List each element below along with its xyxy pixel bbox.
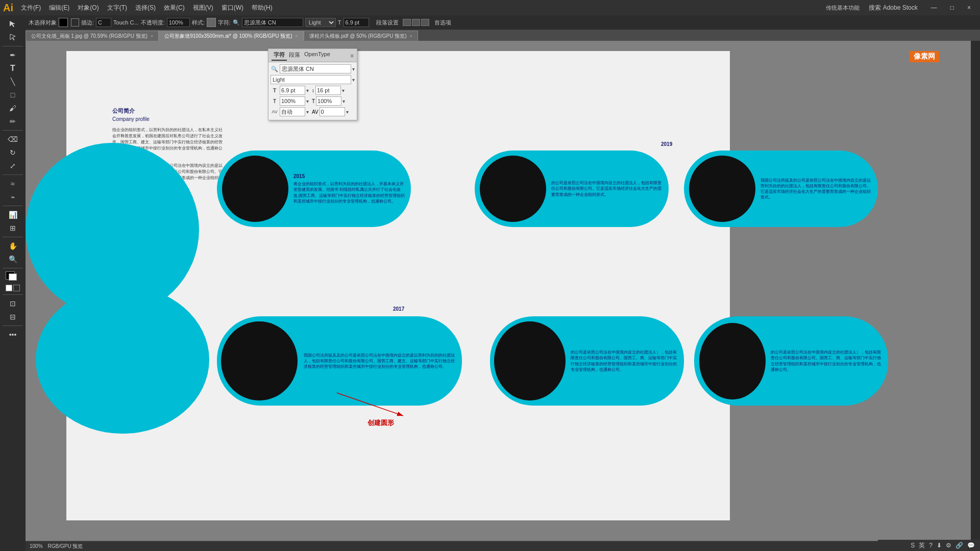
card-top-right: 的公司是依照公司法在中国境内设立的社团法人，包括有限责任公司和股份有限公司。它是… bbox=[475, 151, 669, 227]
selection-tool[interactable] bbox=[5, 18, 20, 30]
card-2019-content: 我国公司法所提及的公司是依照公司法在中国境内设立的是以营利为目的的社团法人，包括… bbox=[761, 178, 873, 201]
fill-icon[interactable] bbox=[6, 285, 12, 291]
opacity-input[interactable] bbox=[167, 18, 190, 27]
panel-scale-h[interactable] bbox=[280, 96, 305, 106]
screen-mode[interactable]: ⊟ bbox=[5, 311, 20, 323]
tool-separator-5 bbox=[3, 237, 23, 237]
menu-edit[interactable]: 编辑(E) bbox=[45, 2, 73, 14]
menu-window[interactable]: 窗口(W) bbox=[218, 2, 247, 14]
align-center-icon[interactable] bbox=[412, 19, 420, 26]
panel-font-size[interactable] bbox=[280, 86, 305, 95]
scale-row: T ▾ T ▾ bbox=[271, 96, 355, 106]
bottom-icon-4[interactable]: ⬇ bbox=[937, 542, 942, 549]
font-size-T-icon: T bbox=[271, 87, 279, 93]
canvas-background: 公司简介 Company profile 指企业的组织形式，以营利为目的的社团法… bbox=[66, 51, 730, 520]
tab-company-culture[interactable]: 公司文化墙_画板 1.jpg @ 70.59% (RGB/GPU 预览) × bbox=[26, 31, 159, 41]
year-2019: 2019 bbox=[661, 141, 672, 147]
menu-file[interactable]: 文件(F) bbox=[17, 2, 44, 14]
scale-h-dropdown-icon[interactable]: ▾ bbox=[306, 98, 309, 104]
warp-tool[interactable]: ≈ bbox=[5, 178, 20, 190]
color-swatch[interactable] bbox=[59, 18, 68, 27]
line-tool[interactable]: ╲ bbox=[5, 76, 20, 88]
pencil-tool[interactable]: ✏ bbox=[5, 115, 20, 128]
stroke-input[interactable] bbox=[96, 18, 111, 27]
canvas-area: 公司简介 Company profile 指企业的组织形式，以营利为目的的社团法… bbox=[26, 41, 980, 551]
menu-view[interactable]: 视图(V) bbox=[189, 2, 217, 14]
menu-effects[interactable]: 效果(C) bbox=[160, 2, 188, 14]
align-right-icon[interactable] bbox=[421, 19, 429, 26]
more-tools[interactable]: ••• bbox=[5, 329, 20, 341]
tab-course-template[interactable]: 课程片头模板.pdf @ 50% (RGB/GPU 预览) × bbox=[304, 31, 418, 41]
stroke-swatch[interactable] bbox=[71, 18, 79, 27]
panel-font-name[interactable] bbox=[280, 64, 351, 73]
shape-tool[interactable]: □ bbox=[5, 89, 20, 101]
style-dropdown-icon[interactable]: ▾ bbox=[352, 77, 355, 83]
leading-dropdown-icon[interactable]: ▾ bbox=[342, 88, 345, 93]
opacity-label: 不透明度: bbox=[141, 19, 165, 27]
tab-company-image[interactable]: 公司形象墙9100x3500mm.ai* @ 100% (RGB/GPU 预览)… bbox=[159, 31, 304, 41]
tool-separator-8 bbox=[3, 325, 23, 326]
blend-tool[interactable]: ⌁ bbox=[5, 191, 20, 203]
search-icon: 🔍 bbox=[233, 19, 240, 26]
bottom-icon-2[interactable]: 英 bbox=[919, 541, 925, 550]
font-name-input[interactable] bbox=[242, 18, 303, 27]
menu-select[interactable]: 选择(S) bbox=[132, 2, 159, 14]
dropdown-icon[interactable]: ▾ bbox=[352, 66, 355, 72]
panel-font-style[interactable] bbox=[271, 75, 351, 84]
search-stock[interactable]: 搜索 Adobe Stock bbox=[865, 3, 921, 13]
tab-character[interactable]: 字符 bbox=[272, 50, 287, 61]
tab-close-0[interactable]: × bbox=[151, 34, 153, 39]
close-button[interactable]: × bbox=[963, 3, 975, 12]
hand-tool[interactable]: ✋ bbox=[5, 240, 20, 252]
bottom-icon-5[interactable]: ⚙ bbox=[946, 542, 951, 549]
tab-close-2[interactable]: × bbox=[410, 34, 412, 39]
panel-scale-v[interactable] bbox=[316, 96, 341, 106]
bottom-icon-7[interactable]: 💬 bbox=[967, 542, 975, 549]
tracking-dropdown-icon[interactable]: ▾ bbox=[306, 109, 309, 115]
tab-paragraph[interactable]: 段落 bbox=[287, 50, 302, 61]
menu-help[interactable]: 帮助(H) bbox=[248, 2, 276, 14]
scale-tool[interactable]: ⤢ bbox=[5, 160, 20, 172]
bottom-icon-3[interactable]: ? bbox=[929, 542, 933, 549]
eraser-tool[interactable]: ⌫ bbox=[5, 133, 20, 145]
align-left-icon[interactable] bbox=[403, 19, 411, 26]
text-tool[interactable]: T bbox=[5, 62, 20, 74]
rotate-tool[interactable]: ↻ bbox=[5, 146, 20, 159]
bottom-icon-1[interactable]: S bbox=[911, 542, 915, 549]
minimize-button[interactable]: — bbox=[927, 3, 941, 12]
color-box[interactable] bbox=[6, 271, 20, 283]
normal-mode[interactable]: ⊡ bbox=[5, 297, 20, 310]
menu-object[interactable]: 对象(O) bbox=[74, 2, 102, 14]
sidebar-subtitle: Company profile bbox=[112, 116, 225, 123]
tool-separator-1 bbox=[3, 46, 23, 46]
direct-selection-tool[interactable] bbox=[5, 31, 20, 43]
prefs-label[interactable]: 首选项 bbox=[434, 19, 451, 27]
touch-label: Touch C... bbox=[113, 19, 139, 26]
menu-type[interactable]: 文字(T) bbox=[104, 2, 131, 14]
scale-v-dropdown-icon[interactable]: ▾ bbox=[342, 98, 345, 104]
baseline-dropdown-icon[interactable]: ▾ bbox=[346, 109, 349, 115]
tab-opentype[interactable]: OpenType bbox=[302, 50, 332, 61]
paragraph-label: 段落设置 bbox=[376, 19, 399, 27]
zoom-tool[interactable]: 🔍 bbox=[5, 253, 20, 265]
tab-close-1[interactable]: × bbox=[295, 34, 298, 39]
size-dropdown-icon[interactable]: ▾ bbox=[306, 88, 309, 93]
paintbrush-tool[interactable]: 🖌 bbox=[5, 102, 20, 114]
artboard-tool[interactable]: ⊞ bbox=[5, 222, 20, 234]
large-teal-circle-bottom-left bbox=[36, 286, 209, 434]
maximize-button[interactable]: □ bbox=[946, 3, 958, 12]
pen-tool[interactable]: ✒ bbox=[5, 49, 20, 61]
panel-tracking[interactable] bbox=[280, 107, 305, 116]
stroke-icon[interactable] bbox=[13, 285, 20, 291]
type-panel-close[interactable]: ≡ bbox=[351, 53, 354, 59]
panel-baseline[interactable] bbox=[320, 107, 345, 116]
card-bottom-right: 的公司是依照公司法在中国境内设立的社团法人），包括有限责任公司和股份有限公司。国… bbox=[490, 316, 684, 406]
font-size-input[interactable] bbox=[344, 18, 369, 27]
bottom-icon-6[interactable]: 🔗 bbox=[955, 542, 963, 549]
column-graph-tool[interactable]: 📊 bbox=[5, 209, 20, 221]
titlebar-right: 传统基本功能 搜索 Adobe Stock — □ × bbox=[826, 3, 980, 13]
panel-leading[interactable] bbox=[315, 86, 341, 95]
style-swatch[interactable] bbox=[207, 18, 216, 27]
font-label: 字符: bbox=[218, 19, 231, 27]
font-style-select[interactable]: Light bbox=[305, 18, 336, 27]
